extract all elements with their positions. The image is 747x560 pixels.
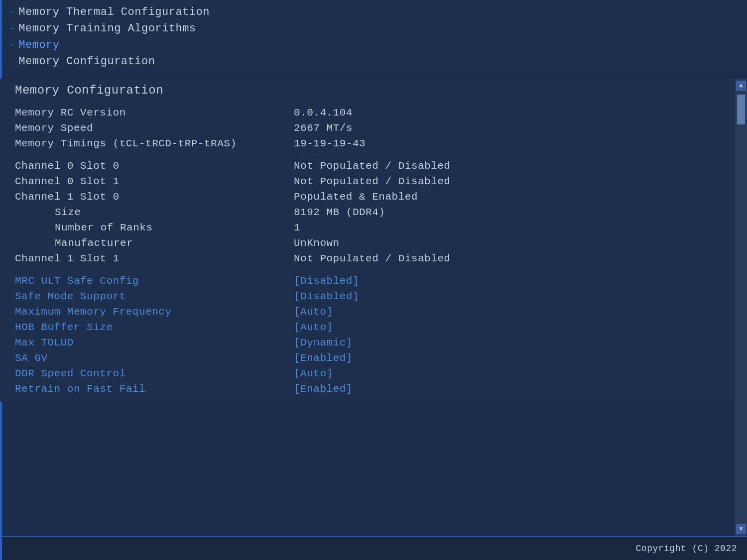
value-sa-gv: [Enabled] bbox=[294, 352, 720, 364]
label-ch1-slot0: Channel 1 Slot 0 bbox=[15, 191, 294, 203]
label-manufacturer: Manufacturer bbox=[15, 237, 294, 249]
label-size: Size bbox=[15, 207, 294, 218]
row-ch0-slot0: Channel 0 Slot 0 Not Populated / Disable… bbox=[15, 158, 720, 174]
value-num-ranks: 1 bbox=[294, 222, 720, 233]
row-ch0-slot1: Channel 0 Slot 1 Not Populated / Disable… bbox=[15, 174, 720, 189]
row-rc-version: Memory RC Version 0.0.4.104 bbox=[15, 105, 720, 120]
row-sa-gv[interactable]: SA GV [Enabled] bbox=[15, 350, 720, 366]
row-hob-buffer[interactable]: HOB Buffer Size [Auto] bbox=[15, 320, 720, 335]
status-bar: Copyright (C) 2022 bbox=[0, 536, 747, 560]
row-manufacturer: Manufacturer UnKnown bbox=[15, 235, 720, 251]
content-wrapper: Memory Configuration Memory RC Version 0… bbox=[0, 79, 747, 536]
value-retrain: [Enabled] bbox=[294, 383, 720, 395]
section-divider-1 bbox=[0, 70, 747, 79]
menu-item-config[interactable]: Memory Configuration bbox=[10, 53, 737, 70]
label-ch0-slot0: Channel 0 Slot 0 bbox=[15, 160, 294, 172]
row-ch1-slot0: Channel 1 Slot 0 Populated & Enabled bbox=[15, 189, 720, 205]
top-menu: - Memory Thermal Configuration - Memory … bbox=[0, 0, 747, 70]
section-title: Memory Configuration bbox=[15, 84, 720, 97]
content-area: Memory Configuration Memory RC Version 0… bbox=[0, 79, 735, 536]
value-ddr-speed: [Auto] bbox=[294, 368, 720, 379]
row-size: Size 8192 MB (DDR4) bbox=[15, 205, 720, 220]
label-max-tolud: Max TOLUD bbox=[15, 337, 294, 348]
value-max-freq: [Auto] bbox=[294, 306, 720, 318]
chevron-up-icon: ▲ bbox=[739, 82, 743, 89]
label-safe-mode: Safe Mode Support bbox=[15, 291, 294, 302]
value-ch1-slot1: Not Populated / Disabled bbox=[294, 253, 720, 264]
label-memory-timings: Memory Timings (tCL-tRCD-tRP-tRAS) bbox=[15, 138, 294, 149]
value-size: 8192 MB (DDR4) bbox=[294, 207, 720, 218]
row-ch1-slot1: Channel 1 Slot 1 Not Populated / Disable… bbox=[15, 251, 720, 266]
label-hob-buffer: HOB Buffer Size bbox=[15, 322, 294, 333]
value-rc-version: 0.0.4.104 bbox=[294, 107, 720, 118]
row-retrain[interactable]: Retrain on Fast Fail [Enabled] bbox=[15, 381, 720, 397]
row-memory-speed: Memory Speed 2667 MT/s bbox=[15, 120, 720, 136]
row-num-ranks: Number of Ranks 1 bbox=[15, 220, 720, 235]
label-mrc-ult: MRC ULT Safe Config bbox=[15, 275, 294, 287]
value-safe-mode: [Disabled] bbox=[294, 291, 720, 302]
menu-label-config: Memory Configuration bbox=[18, 55, 155, 68]
label-ddr-speed: DDR Speed Control bbox=[15, 368, 294, 379]
menu-item-memory[interactable]: - Memory bbox=[10, 37, 737, 53]
menu-arrow-thermal: - bbox=[10, 7, 15, 17]
divider-3 bbox=[15, 266, 720, 273]
menu-item-thermal[interactable]: - Memory Thermal Configuration bbox=[10, 4, 737, 20]
copyright-text: Copyright (C) 2022 bbox=[636, 544, 737, 554]
menu-arrow-training: - bbox=[10, 24, 15, 34]
scrollbar-thumb[interactable] bbox=[737, 95, 745, 124]
label-ch0-slot1: Channel 0 Slot 1 bbox=[15, 176, 294, 187]
divider-2 bbox=[15, 151, 720, 158]
bios-screen: - Memory Thermal Configuration - Memory … bbox=[0, 0, 747, 560]
config-area: Memory Configuration Memory RC Version 0… bbox=[0, 79, 735, 402]
row-memory-timings: Memory Timings (tCL-tRCD-tRP-tRAS) 19-19… bbox=[15, 136, 720, 151]
value-manufacturer: UnKnown bbox=[294, 237, 720, 249]
row-safe-mode[interactable]: Safe Mode Support [Disabled] bbox=[15, 289, 720, 304]
label-num-ranks: Number of Ranks bbox=[15, 222, 294, 233]
value-ch0-slot1: Not Populated / Disabled bbox=[294, 176, 720, 187]
value-ch1-slot0: Populated & Enabled bbox=[294, 191, 720, 203]
label-ch1-slot1: Channel 1 Slot 1 bbox=[15, 253, 294, 264]
row-max-freq[interactable]: Maximum Memory Frequency [Auto] bbox=[15, 304, 720, 320]
value-ch0-slot0: Not Populated / Disabled bbox=[294, 160, 720, 172]
value-memory-speed: 2667 MT/s bbox=[294, 122, 720, 134]
label-retrain: Retrain on Fast Fail bbox=[15, 383, 294, 395]
row-mrc-ult[interactable]: MRC ULT Safe Config [Disabled] bbox=[15, 273, 720, 289]
menu-arrow-config bbox=[10, 57, 15, 67]
value-memory-timings: 19-19-19-43 bbox=[294, 138, 720, 149]
menu-label-training: Memory Training Algorithms bbox=[18, 22, 196, 35]
row-ddr-speed[interactable]: DDR Speed Control [Auto] bbox=[15, 366, 720, 381]
scrollbar-down-button[interactable]: ▼ bbox=[736, 524, 746, 534]
value-mrc-ult: [Disabled] bbox=[294, 275, 720, 287]
label-sa-gv: SA GV bbox=[15, 352, 294, 364]
scrollbar-up-button[interactable]: ▲ bbox=[736, 81, 746, 91]
label-rc-version: Memory RC Version bbox=[15, 107, 294, 118]
chevron-down-icon: ▼ bbox=[739, 526, 743, 533]
label-max-freq: Maximum Memory Frequency bbox=[15, 306, 294, 318]
menu-label-memory: Memory bbox=[18, 39, 59, 51]
value-max-tolud: [Dynamic] bbox=[294, 337, 720, 348]
value-hob-buffer: [Auto] bbox=[294, 322, 720, 333]
label-memory-speed: Memory Speed bbox=[15, 122, 294, 134]
menu-label-thermal: Memory Thermal Configuration bbox=[18, 6, 210, 18]
row-max-tolud[interactable]: Max TOLUD [Dynamic] bbox=[15, 335, 720, 350]
menu-item-training[interactable]: - Memory Training Algorithms bbox=[10, 20, 737, 37]
scrollbar-track: ▲ ▼ bbox=[735, 79, 747, 536]
menu-arrow-memory: - bbox=[10, 40, 15, 50]
